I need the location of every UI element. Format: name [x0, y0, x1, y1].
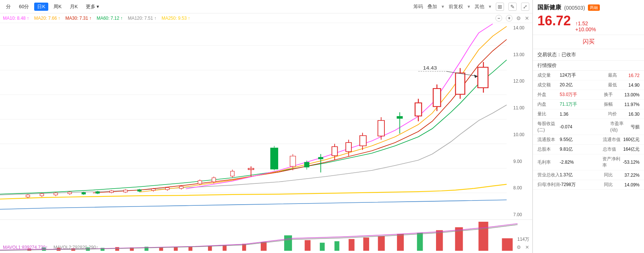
row-label2: 最低	[608, 82, 628, 88]
ma10-item: MA10: 8.48 ↑	[3, 16, 29, 21]
row-value2: 37.22%	[624, 173, 640, 178]
svg-rect-97	[502, 238, 513, 251]
ma60-arrow: ↑	[120, 16, 123, 21]
row-value: -7298万	[560, 182, 576, 188]
volume-gear-btn[interactable]: ⚙	[517, 244, 521, 250]
svg-rect-24	[137, 190, 141, 191]
row-value: 20.2亿	[560, 82, 573, 88]
svg-rect-46	[318, 157, 323, 159]
stock-change-pct: +10.00%	[575, 26, 596, 32]
timeframe-zhouk[interactable]: 周K	[51, 3, 65, 11]
trade-status: 交易状态：已收市	[533, 49, 644, 61]
row-value2: -53.12%	[623, 160, 640, 165]
svg-rect-90	[363, 237, 369, 251]
svg-rect-89	[349, 239, 355, 251]
timeframe-fen[interactable]: 分	[3, 3, 14, 11]
ma20-value: 7.66	[48, 16, 57, 21]
volume-scale-label: 114万	[517, 236, 529, 243]
svg-rect-22	[124, 190, 127, 192]
svg-rect-86	[305, 240, 310, 251]
ma250-value: 9.53	[178, 16, 186, 21]
svg-rect-56	[397, 116, 403, 119]
toolbar-fuquan[interactable]: 前复权	[449, 3, 463, 10]
row-value2: 14.09%	[624, 182, 640, 188]
ma30-value: 7.31	[79, 16, 88, 21]
row-value: 1.36	[560, 112, 568, 117]
row-label2: 振幅	[604, 101, 624, 108]
data-row: 内盘71.1万手振幅11.97%	[533, 100, 644, 109]
row-label2: 换手	[604, 92, 624, 98]
svg-rect-30	[179, 186, 183, 189]
svg-text:14.43: 14.43	[423, 65, 437, 71]
svg-rect-75	[115, 247, 119, 251]
row-value: 124万手	[560, 72, 576, 79]
toolbar-choumo[interactable]: 筹码	[413, 3, 423, 10]
flash-buy-button[interactable]: 闪买	[533, 35, 644, 49]
svg-rect-54	[378, 121, 384, 136]
timeframe-60fen[interactable]: 60分	[16, 3, 32, 11]
svg-rect-18	[96, 192, 100, 193]
svg-rect-40	[270, 148, 278, 169]
data-row: 外盘53.0万手换手13.00%	[533, 90, 644, 100]
toolbar-diejia[interactable]: 叠加	[427, 3, 437, 10]
ma10-label: MA10:	[3, 16, 16, 21]
svg-rect-26	[152, 189, 155, 190]
row-label2: 最高	[608, 72, 628, 79]
svg-rect-87	[320, 243, 325, 251]
edit-icon-btn[interactable]: ✎	[508, 3, 517, 11]
candlestick-chart-svg: 14.43	[0, 23, 532, 220]
stock-header: 国新健康 (000503) 两融 16.72 ↑1.52 +10.00%	[533, 0, 644, 35]
ma-gear-btn[interactable]: ⚙	[516, 15, 521, 21]
section-quote-title: 行情报价	[533, 61, 644, 71]
row-label: 每股收益(二)	[537, 121, 560, 133]
data-row: 毛利率-2.82%资产净利率-53.12%	[533, 154, 644, 170]
price-level-700: 7.00	[513, 212, 531, 217]
timeframe-more[interactable]: 更多 ▾	[83, 3, 102, 11]
timeframe-rik[interactable]: 日K	[34, 3, 48, 11]
stock-name: 国新健康	[537, 4, 561, 12]
svg-rect-92	[397, 234, 404, 251]
svg-rect-64	[478, 67, 488, 88]
row-label2: 总市值	[603, 146, 623, 153]
row-value2: 16.72	[628, 73, 640, 78]
row-label: 外盘	[537, 92, 560, 98]
ma120-arrow: ↑	[154, 16, 156, 21]
volume-close-btn[interactable]: ✕	[525, 244, 529, 250]
row-value: 9.55亿	[560, 137, 573, 143]
data-row: 总股本9.81亿总市值164亿元	[533, 145, 644, 154]
ma10-value: 8.48	[17, 16, 26, 21]
layout-icon-btn[interactable]: ⊞	[496, 3, 504, 11]
toolbar-qita[interactable]: 其他	[475, 3, 484, 10]
data-row: 成交额20.2亿最低14.90	[533, 80, 644, 90]
svg-rect-32	[198, 181, 202, 184]
price-level-800: 8.00	[513, 185, 531, 190]
ma10-arrow: ↑	[27, 16, 29, 21]
expand-icon-btn[interactable]: ⤢	[521, 3, 529, 11]
row-label: 毛利率	[537, 159, 560, 166]
row-label2: 资产净利率	[602, 156, 623, 169]
plus-circle-btn[interactable]: +	[506, 15, 513, 22]
row-value: -0.074	[560, 124, 572, 129]
minus-circle-btn[interactable]: −	[495, 15, 502, 22]
row-label2: 市盈率(动)	[610, 121, 631, 133]
svg-rect-16	[82, 192, 85, 194]
row-label: 内盘	[537, 101, 560, 108]
row-label: 归母净利润	[537, 182, 560, 188]
svg-marker-68	[474, 75, 478, 78]
price-level-1400: 14.00	[513, 25, 531, 31]
timeframe-yuek[interactable]: 月K	[67, 3, 81, 11]
row-value2: 160亿元	[623, 137, 640, 143]
stock-badge: 两融	[588, 4, 600, 11]
row-label: 成交额	[537, 82, 560, 88]
row-label2: 均价	[608, 111, 628, 117]
candle-group-early	[26, 62, 488, 198]
ma250-arrow: ↑	[188, 16, 190, 21]
svg-rect-96	[478, 222, 488, 251]
row-value2: 14.90	[628, 83, 640, 88]
mavol1-label: MAVOL1:839274.720↑ MAVOL2:792820.290↑	[3, 245, 98, 250]
row-value: 71.1万手	[560, 101, 577, 108]
stock-price: 16.72	[537, 13, 571, 29]
svg-rect-94	[436, 230, 443, 251]
ma-close-btn[interactable]: ✕	[525, 15, 529, 21]
chart-toolbar: 分 60分 日K 周K 月K 更多 ▾ 筹码 叠加 ▾ 前复权 ▾ 其他 ▾ ⊞…	[0, 0, 532, 13]
